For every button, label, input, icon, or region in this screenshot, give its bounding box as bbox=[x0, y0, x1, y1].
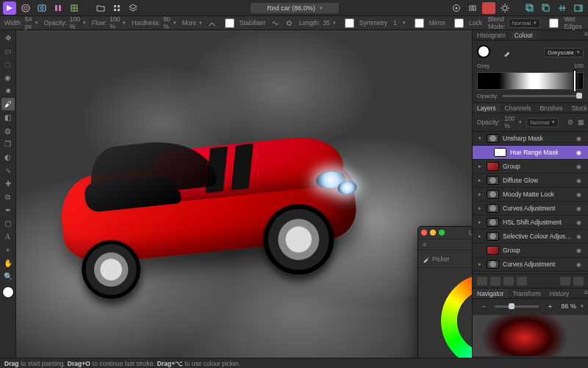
lasso-tool[interactable]: ◌ bbox=[1, 58, 15, 71]
disclosure-icon[interactable]: ▸ bbox=[477, 177, 483, 183]
force-pressure-icon[interactable] bbox=[208, 17, 216, 29]
arrange-front-icon[interactable] bbox=[539, 2, 553, 14]
visibility-icon[interactable]: ◉ bbox=[576, 177, 584, 184]
visibility-icon[interactable]: ◉ bbox=[576, 233, 584, 240]
layer-row[interactable]: ▸Diffuse Glow◉ bbox=[473, 174, 588, 188]
persona-liquify-icon[interactable] bbox=[19, 2, 32, 14]
visibility-icon[interactable]: ◉ bbox=[576, 219, 584, 226]
lock-checkbox[interactable] bbox=[454, 18, 464, 28]
canvas[interactable]: Live Hue Range Mask ≡ Merge Delete Reset… bbox=[16, 30, 472, 358]
tab-colour[interactable]: Colour bbox=[510, 30, 537, 40]
app-menu-button[interactable] bbox=[3, 1, 16, 15]
pen-tool[interactable]: ✒ bbox=[1, 204, 15, 216]
foreground-swatch[interactable] bbox=[2, 286, 14, 298]
visibility-icon[interactable]: ◉ bbox=[576, 163, 584, 170]
persona-develop-icon[interactable] bbox=[35, 2, 49, 14]
navigator-thumbnail[interactable] bbox=[473, 315, 588, 356]
maximize-icon[interactable] bbox=[439, 230, 445, 236]
disclosure-icon[interactable]: ▸ bbox=[477, 219, 483, 225]
disclosure-icon[interactable]: ▸ bbox=[477, 191, 483, 197]
stabiliser-checkbox[interactable] bbox=[225, 18, 234, 28]
layer-fx-icon[interactable]: ⚙ bbox=[567, 118, 573, 126]
grid-icon[interactable] bbox=[110, 2, 123, 14]
selection-brush-tool[interactable]: ◉ bbox=[1, 71, 15, 84]
navigator-panel-menu-icon[interactable]: ≡ bbox=[584, 289, 588, 298]
erase-tool[interactable]: ◧ bbox=[1, 111, 15, 124]
layer-row[interactable]: Hue Range Mask◉ bbox=[473, 146, 588, 160]
layer-row[interactable]: ▾Unsharp Mask◉ bbox=[473, 132, 588, 146]
hardness-control[interactable]: Hardness: 80 %▾ bbox=[132, 15, 176, 30]
width-control[interactable]: Width: 64 px▾ bbox=[4, 15, 38, 30]
align-icon[interactable] bbox=[556, 2, 569, 14]
smudge-tool[interactable]: ∿ bbox=[1, 164, 15, 177]
eyedropper-icon[interactable] bbox=[501, 46, 514, 58]
zoom-tool[interactable]: 🔍 bbox=[1, 270, 15, 283]
panel-menu-icon[interactable]: ≡ bbox=[423, 241, 426, 248]
studio-toggle-icon[interactable] bbox=[572, 2, 585, 14]
file-open-icon[interactable] bbox=[94, 2, 107, 14]
layers-blend-dropdown[interactable]: Normal▾ bbox=[526, 118, 559, 127]
persona-tone-icon[interactable] bbox=[51, 2, 65, 14]
shape-tool[interactable]: ▢ bbox=[1, 217, 15, 230]
picker-button[interactable]: Picker bbox=[423, 255, 450, 263]
colour-panel-menu-icon[interactable]: ≡ bbox=[584, 30, 588, 40]
length-control[interactable]: Length: 35▾ bbox=[299, 19, 336, 26]
minimize-icon[interactable] bbox=[430, 230, 436, 236]
flood-select-tool[interactable]: ✸ bbox=[1, 85, 15, 97]
layers-quick-icon[interactable] bbox=[126, 2, 140, 14]
preferences-icon[interactable] bbox=[498, 2, 512, 14]
visibility-icon[interactable]: ◉ bbox=[576, 149, 584, 156]
healing-tool[interactable]: ✚ bbox=[1, 177, 15, 190]
visibility-icon[interactable]: ◉ bbox=[576, 261, 584, 268]
layer-row[interactable]: ▸Curves Adjustment◉ bbox=[473, 258, 588, 272]
close-icon[interactable] bbox=[421, 230, 427, 236]
tab-transform[interactable]: Transform bbox=[508, 289, 545, 298]
wet-edges-checkbox[interactable] bbox=[549, 18, 559, 28]
mask-layer-button[interactable] bbox=[477, 277, 487, 286]
flow-control[interactable]: Flow: 100 %▾ bbox=[92, 15, 126, 30]
disclosure-icon[interactable]: ▸ bbox=[477, 233, 483, 239]
dodge-tool[interactable]: ◐ bbox=[1, 151, 15, 163]
symmetry-checkbox[interactable] bbox=[345, 18, 354, 28]
visibility-icon[interactable]: ◉ bbox=[576, 191, 584, 198]
layer-row[interactable]: ▸Moody Matte Look◉ bbox=[473, 188, 588, 202]
disclosure-icon[interactable]: ▸ bbox=[477, 205, 483, 211]
tab-layers[interactable]: Layers bbox=[473, 103, 501, 113]
visibility-icon[interactable]: ◉ bbox=[576, 247, 584, 254]
disclosure-icon[interactable]: ▸ bbox=[477, 261, 483, 267]
assistant-icon[interactable] bbox=[450, 2, 463, 14]
paint-brush-tool[interactable]: 🖌 bbox=[1, 98, 15, 110]
tab-navigator[interactable]: Navigator bbox=[473, 289, 508, 298]
eyedropper-tool[interactable]: ⌖ bbox=[1, 244, 15, 256]
more-dropdown[interactable]: More▾ bbox=[182, 19, 202, 26]
mirror-checkbox[interactable] bbox=[415, 18, 424, 28]
fill-tool[interactable]: ◍ bbox=[1, 124, 15, 137]
crop-tool[interactable]: ⧉ bbox=[1, 191, 15, 203]
visibility-icon[interactable]: ◉ bbox=[576, 135, 584, 142]
disclosure-icon[interactable]: ▸ bbox=[477, 163, 483, 169]
tab-history[interactable]: History bbox=[545, 289, 573, 298]
zoom-out-icon[interactable]: － bbox=[477, 300, 490, 312]
selection-tool[interactable]: ▭ bbox=[1, 45, 15, 57]
layer-row[interactable]: ▸HSL Shift Adjustment◉ bbox=[473, 216, 588, 230]
text-tool[interactable]: A bbox=[1, 230, 15, 243]
visibility-icon[interactable]: ◉ bbox=[576, 205, 584, 212]
arrange-back-icon[interactable] bbox=[523, 2, 537, 14]
blend-mode-dropdown[interactable]: Blend Mode: Normal▾ bbox=[488, 15, 540, 30]
opacity-control[interactable]: Opacity: 100 %▾ bbox=[44, 15, 86, 30]
move-tool[interactable]: ✥ bbox=[1, 32, 15, 44]
tab-histogram[interactable]: Histogram bbox=[473, 30, 510, 40]
primary-colour-swatch[interactable] bbox=[477, 45, 490, 58]
hand-tool[interactable]: ✋ bbox=[1, 257, 15, 269]
record-icon[interactable] bbox=[482, 2, 495, 14]
layer-row[interactable]: ▸Selective Colour Adjustment◉ bbox=[473, 230, 588, 244]
document-title[interactable]: Red car (86.0%) ▾ bbox=[251, 3, 339, 13]
fx-layer-button[interactable] bbox=[503, 277, 514, 286]
grey-slider[interactable] bbox=[477, 72, 584, 90]
hue-ring[interactable]: Hue Range (330° – 21°) bbox=[441, 274, 472, 358]
layer-row[interactable]: Group◉ bbox=[473, 244, 588, 258]
snapshots-icon[interactable] bbox=[466, 2, 479, 14]
layer-row[interactable]: ▸Curves Adjustment◉ bbox=[473, 202, 588, 216]
tab-brushes[interactable]: Brushes bbox=[535, 103, 567, 113]
persona-export-icon[interactable] bbox=[68, 2, 81, 14]
